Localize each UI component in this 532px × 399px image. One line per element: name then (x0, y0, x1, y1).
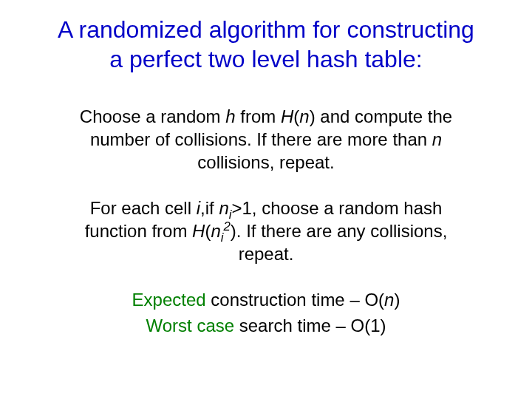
var-H: H (192, 221, 205, 241)
text: . If there are any collisions, repeat. (236, 221, 447, 264)
title-line-2: a perfect two level hash table: (109, 46, 422, 72)
text: if (205, 198, 219, 218)
highlight-expected: Expected (132, 290, 206, 310)
text: Choose a random (80, 106, 225, 126)
paragraph-step-2: For each cell i,if ni>1, choose a random… (59, 197, 473, 266)
text: from (236, 106, 281, 126)
worst-case-time-line: Worst case search time – O(1) (22, 313, 510, 339)
results-block: Expected construction time – O(n) Worst … (22, 287, 510, 339)
text: collisions, repeat. (197, 152, 334, 172)
var-n: n (299, 106, 309, 126)
var-n: n (219, 198, 228, 218)
highlight-worst-case: Worst case (146, 316, 235, 335)
text: ) (310, 106, 316, 126)
text: search time – O(1) (234, 316, 386, 335)
paragraph-step-1: Choose a random h from H(n) and compute … (59, 105, 473, 174)
var-ni: ni (219, 198, 231, 218)
var-n: n (384, 290, 394, 310)
title-line-1: A randomized algorithm for constructing (58, 16, 474, 43)
expected-time-line: Expected construction time – O(n) (22, 287, 510, 313)
sup-2: 2 (224, 219, 231, 233)
var-ni-squared: ni2 (211, 221, 230, 241)
var-H: H (281, 106, 293, 126)
text: , (200, 198, 205, 218)
slide: A randomized algorithm for constructing … (0, 0, 532, 399)
text: For each cell (90, 198, 197, 218)
var-n: n (211, 221, 220, 241)
text: ) (231, 221, 236, 241)
text: ) (394, 290, 400, 310)
var-n: n (432, 129, 442, 149)
text: construction time – O( (206, 290, 384, 310)
var-h: h (225, 106, 235, 126)
slide-title: A randomized algorithm for constructing … (22, 15, 510, 74)
